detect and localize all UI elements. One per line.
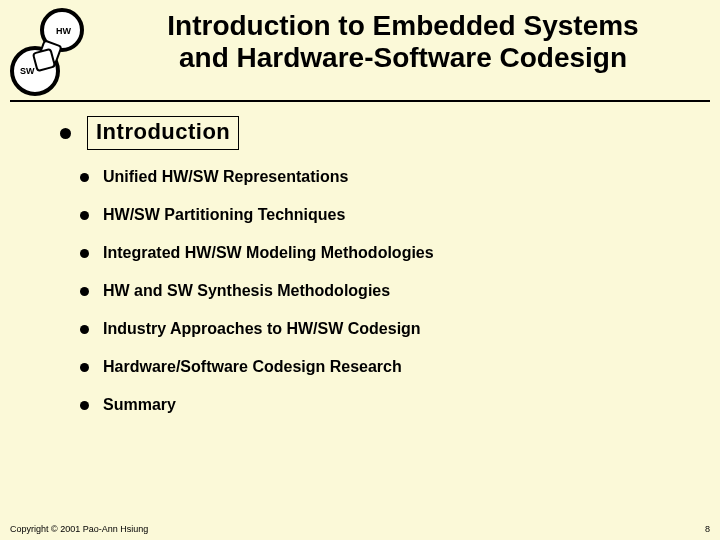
outline-item-label: Industry Approaches to HW/SW Codesign [103,320,421,338]
title-block: Introduction to Embedded Systems and Har… [96,6,710,74]
outline-list: Unified HW/SW Representations HW/SW Part… [80,168,680,414]
outline-item: Summary [80,396,680,414]
page-number: 8 [705,524,710,534]
outline-item-label: Summary [103,396,176,414]
bullet-icon [80,363,89,372]
outline-item-label: HW/SW Partitioning Techniques [103,206,345,224]
header-divider [10,100,710,102]
outline-item-label: Hardware/Software Codesign Research [103,358,402,376]
slide-header: HW SW Introduction to Embedded Systems a… [0,0,720,96]
copyright-text: Copyright © 2001 Pao-Ann Hsiung [10,524,148,534]
bullet-icon [80,211,89,220]
bullet-icon [80,325,89,334]
highlight-box: Introduction [87,116,239,150]
outline-item: Hardware/Software Codesign Research [80,358,680,376]
outline-content: Introduction Unified HW/SW Representatio… [0,116,720,414]
title-line-1: Introduction to Embedded Systems [167,10,638,41]
outline-item-label: HW and SW Synthesis Methodologies [103,282,390,300]
outline-item: HW and SW Synthesis Methodologies [80,282,680,300]
bullet-icon [60,128,71,139]
icon-label-sw: SW [20,66,35,76]
slide-title: Introduction to Embedded Systems and Har… [96,10,710,74]
bullet-icon [80,401,89,410]
bullet-icon [80,173,89,182]
outline-item-label: Unified HW/SW Representations [103,168,348,186]
outline-item: Industry Approaches to HW/SW Codesign [80,320,680,338]
bullet-icon [80,249,89,258]
handcuffs-icon: HW SW [6,6,96,96]
title-line-2: and Hardware-Software Codesign [179,42,627,73]
outline-highlighted-row: Introduction [60,116,680,150]
outline-item: HW/SW Partitioning Techniques [80,206,680,224]
outline-item-label: Integrated HW/SW Modeling Methodologies [103,244,434,262]
outline-item: Unified HW/SW Representations [80,168,680,186]
icon-label-hw: HW [56,26,71,36]
outline-highlighted-label: Introduction [96,119,230,144]
slide-footer: Copyright © 2001 Pao-Ann Hsiung 8 [10,524,710,534]
outline-item: Integrated HW/SW Modeling Methodologies [80,244,680,262]
bullet-icon [80,287,89,296]
